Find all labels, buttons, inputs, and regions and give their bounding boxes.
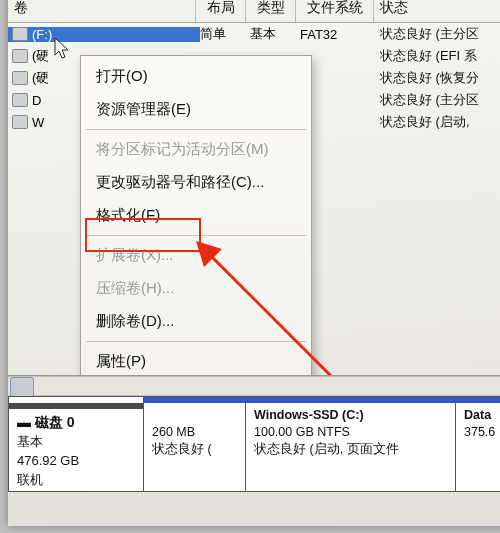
volume-icon bbox=[12, 93, 28, 107]
scrollbar-horizontal[interactable] bbox=[8, 376, 500, 396]
part-size: 375.6 bbox=[464, 425, 495, 439]
cell-layout: 简单 bbox=[200, 25, 250, 43]
cell-status: 状态良好 (恢复分 bbox=[378, 69, 500, 87]
partition[interactable]: Windows-SSD (C:) 100.00 GB NTFS 状态良好 (启动… bbox=[246, 396, 456, 492]
volume-label: W bbox=[32, 115, 44, 130]
disk-map: ▬ 磁盘 0 基本 476.92 GB 联机 260 MB 状态良好 ( Win… bbox=[8, 396, 500, 492]
menu-extend: 扩展卷(X)... bbox=[82, 239, 310, 272]
volume-label: (硬 bbox=[32, 47, 49, 65]
disk-label: 磁盘 0 bbox=[35, 414, 75, 430]
disk-online: 联机 bbox=[17, 472, 43, 487]
cell-type: 基本 bbox=[250, 25, 300, 43]
scrollbar-thumb[interactable] bbox=[10, 377, 34, 397]
part-status: 状态良好 (启动, 页面文件 bbox=[254, 442, 399, 456]
menu-open[interactable]: 打开(O) bbox=[82, 60, 310, 93]
cell-fs: FAT32 bbox=[300, 27, 378, 42]
col-layout[interactable]: 布局 bbox=[196, 0, 246, 22]
part-size: 100.00 GB NTFS bbox=[254, 425, 350, 439]
volume-list-header: 卷 布局 类型 文件系统 状态 bbox=[8, 0, 500, 23]
volume-label: (硬 bbox=[32, 69, 49, 87]
menu-shrink: 压缩卷(H)... bbox=[82, 272, 310, 305]
volume-icon bbox=[12, 49, 28, 63]
menu-separator bbox=[86, 341, 306, 342]
menu-separator bbox=[86, 129, 306, 130]
cell-status: 状态良好 (主分区 bbox=[378, 91, 500, 109]
part-size: 260 MB bbox=[152, 425, 195, 439]
partition[interactable]: 260 MB 状态良好 ( bbox=[144, 396, 246, 492]
menu-separator bbox=[86, 235, 306, 236]
volume-icon bbox=[12, 71, 28, 85]
volume-list: (F:) 简单 基本 FAT32 状态良好 (主分区 (硬 状态良好 (EFI … bbox=[8, 23, 500, 376]
volume-label: (F:) bbox=[32, 27, 52, 42]
cell-status: 状态良好 (主分区 bbox=[378, 25, 500, 43]
volume-row[interactable]: (F:) 简单 基本 FAT32 状态良好 (主分区 bbox=[8, 23, 500, 45]
disk-mgmt-window: 卷 布局 类型 文件系统 状态 (F:) 简单 基本 FAT32 状态良好 (主… bbox=[8, 0, 500, 526]
cell-status: 状态良好 (EFI 系 bbox=[378, 47, 500, 65]
menu-format[interactable]: 格式化(F)... bbox=[82, 199, 310, 232]
context-menu: 打开(O) 资源管理器(E) 将分区标记为活动分区(M) 更改驱动器号和路径(C… bbox=[80, 55, 312, 376]
volume-icon bbox=[12, 115, 28, 129]
menu-explorer[interactable]: 资源管理器(E) bbox=[82, 93, 310, 126]
cell-status: 状态良好 (启动, bbox=[378, 113, 500, 131]
part-name: Data bbox=[464, 408, 491, 422]
disk-size: 476.92 GB bbox=[17, 453, 79, 468]
part-name: Windows-SSD (C:) bbox=[254, 408, 364, 422]
menu-change-letter[interactable]: 更改驱动器号和路径(C)... bbox=[82, 166, 310, 199]
disk-basic: 基本 bbox=[17, 434, 43, 449]
col-status[interactable]: 状态 bbox=[374, 0, 500, 22]
part-status: 状态良好 ( bbox=[152, 442, 212, 456]
menu-delete[interactable]: 删除卷(D)... bbox=[82, 305, 310, 338]
col-volume[interactable]: 卷 bbox=[8, 0, 196, 22]
partition[interactable]: Data 375.6 bbox=[456, 396, 500, 492]
volume-icon bbox=[12, 27, 28, 41]
col-type[interactable]: 类型 bbox=[246, 0, 296, 22]
disk-info[interactable]: ▬ 磁盘 0 基本 476.92 GB 联机 bbox=[8, 396, 144, 492]
menu-mark-active: 将分区标记为活动分区(M) bbox=[82, 133, 310, 166]
col-filesystem[interactable]: 文件系统 bbox=[296, 0, 374, 22]
menu-properties[interactable]: 属性(P) bbox=[82, 345, 310, 376]
volume-label: D bbox=[32, 93, 41, 108]
